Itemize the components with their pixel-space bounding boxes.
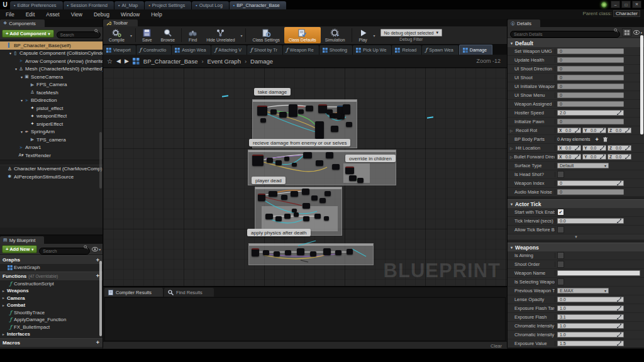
window-tab-output-log[interactable]: ▪Output Log [192, 1, 229, 9]
play-button[interactable]: Play [354, 27, 372, 43]
checkbox[interactable]: ✔ [557, 209, 564, 216]
scale-handle-icon[interactable] [617, 341, 621, 346]
class-settings-button[interactable]: Class Settings [248, 27, 284, 43]
graph-node[interactable] [326, 109, 333, 114]
menu-debug[interactable]: Debug [88, 11, 115, 18]
z-field[interactable]: Z0.0 [608, 145, 631, 151]
component-row-weaponeffect[interactable]: ✦weaponEffect [0, 112, 103, 121]
components-scrollbar[interactable] [99, 132, 102, 189]
number-field[interactable]: 1.0 [557, 305, 624, 311]
details-scrollbar[interactable] [640, 35, 643, 134]
add-new-button[interactable]: + Add New ▾ [2, 245, 37, 253]
graph-node[interactable] [325, 191, 331, 196]
graph-node[interactable] [297, 248, 304, 255]
y-field[interactable]: Y0.0 [582, 128, 606, 133]
blueprint-row-shootbytrace[interactable]: ƒShootByTrace [0, 309, 103, 317]
graph-node[interactable] [318, 104, 327, 113]
menu-view[interactable]: View [65, 11, 88, 18]
graph-node[interactable] [270, 109, 277, 114]
graph-node[interactable] [252, 248, 259, 256]
comment-bubble-1[interactable]: recieve damage from enemy or our selves [249, 139, 350, 146]
x-field[interactable]: X0.0 [557, 154, 581, 160]
graph-node[interactable] [345, 167, 354, 174]
graph-node[interactable] [284, 214, 291, 219]
component-row-pistol-effect[interactable]: ✦pistol_effect [0, 104, 103, 112]
blueprint-row-combat[interactable]: ▸Combat [0, 302, 103, 309]
graph-tab-attaching-v[interactable]: ƒAttaching V [211, 45, 247, 55]
text-field[interactable]: 0 [557, 92, 624, 98]
checkbox[interactable] [557, 278, 564, 285]
graph-node[interactable] [319, 198, 326, 203]
clear-button[interactable]: Clear [491, 343, 502, 349]
graph-tab-shooting[interactable]: Shooting [319, 45, 352, 55]
window-tab-session-frontend[interactable]: ▪Session Frontend [64, 1, 114, 9]
section-header-weapons[interactable]: ▾Weapons [508, 243, 644, 251]
graph-node[interactable] [346, 122, 352, 127]
my-blueprint-scrollbar[interactable] [99, 261, 102, 336]
scale-handle-icon[interactable] [575, 128, 579, 133]
expander-icon[interactable]: ▸ [3, 304, 7, 307]
graph-node[interactable] [323, 248, 331, 255]
blueprint-row-fx-bulletimpact[interactable]: ƒFX_BulletImpact [0, 324, 103, 331]
expander-icon[interactable]: ▷ [510, 146, 514, 150]
breadcrumb-item-0[interactable]: BP_Character_Base [143, 58, 198, 65]
scale-handle-icon[interactable] [600, 155, 604, 159]
graph-node[interactable] [326, 152, 333, 158]
tab-details[interactable]: 🛈 Details [508, 19, 540, 27]
number-field[interactable]: 1.0 [557, 323, 624, 329]
graph-node[interactable] [292, 163, 297, 167]
nav-back-icon[interactable]: ◀ [116, 58, 121, 64]
browse-button[interactable]: Browse [156, 27, 179, 43]
component-row-scenecamera[interactable]: ▾▣SceneCamera [0, 73, 103, 81]
scale-handle-icon[interactable] [625, 155, 630, 159]
comment-bubble-0[interactable]: take damage [254, 88, 291, 96]
graph-node[interactable] [269, 191, 277, 197]
graph-node[interactable] [275, 160, 282, 165]
scale-handle-icon[interactable] [575, 146, 579, 150]
bookmark-star-icon[interactable]: ☆ [107, 58, 113, 65]
close-button[interactable]: ✕ [632, 1, 641, 8]
graph-node[interactable] [257, 106, 267, 116]
graph-node[interactable] [343, 104, 350, 114]
expander-icon[interactable]: ▸ [3, 332, 7, 336]
component-row-arrow-component-arrow-inherite[interactable]: ➤Arrow Component (Arrow) (Inherited) [0, 57, 103, 65]
scale-handle-icon[interactable] [617, 219, 621, 223]
menu-window[interactable]: Window [115, 11, 145, 18]
dropdown-field[interactable]: Default▾ [557, 163, 609, 168]
component-row-aiperceptionstimulisource[interactable]: ✱AIPerceptionStimuliSource [0, 173, 103, 181]
scale-handle-icon[interactable] [617, 332, 621, 337]
breadcrumb-item-2[interactable]: Damage [250, 58, 273, 65]
component-row-bddirection[interactable]: ▾➤BDdirection [0, 97, 103, 105]
graph-node[interactable] [252, 155, 264, 166]
graph-node[interactable] [263, 250, 269, 255]
component-row-bp-character-base-self-[interactable]: ▍BP_Character_Base(self) [0, 41, 103, 50]
scale-handle-icon[interactable] [600, 146, 604, 150]
blueprint-row-macros[interactable]: Macros+ [0, 338, 103, 347]
view-options-button[interactable]: ▾ [92, 247, 101, 251]
scale-handle-icon[interactable] [625, 128, 630, 133]
x-field[interactable]: X0.0 [557, 145, 581, 151]
z-field[interactable]: Z0.0 [608, 128, 631, 133]
graph-node[interactable] [335, 113, 341, 118]
scale-handle-icon[interactable] [617, 315, 621, 319]
graph-node[interactable] [285, 250, 291, 255]
graph-node[interactable] [306, 106, 313, 111]
component-row-fps-camera[interactable]: ▶FPS_Camera [0, 81, 103, 89]
component-row-facemesh[interactable]: ♙faceMesh [0, 89, 103, 97]
details-view-options-button[interactable]: ▾ [633, 30, 642, 35]
component-row-snipereffect[interactable]: ✦sniperEffect [0, 120, 103, 128]
tab-find-results[interactable]: Find Results [164, 288, 214, 297]
graph-node[interactable] [274, 251, 280, 256]
graph-tab-pick-up-we[interactable]: Pick Up We [353, 45, 391, 55]
graph-node[interactable] [267, 158, 273, 163]
x-field[interactable]: X0.0 [557, 128, 581, 133]
menu-help[interactable]: Help [145, 11, 167, 18]
component-row-character-movement-charmovecom[interactable]: ♙Character Movement (CharMoveComp) (Inhe… [0, 165, 103, 173]
tab-toolbar[interactable]: Toolbar [103, 19, 138, 26]
graph-node[interactable] [331, 126, 338, 132]
parent-class-link[interactable]: Character [613, 10, 640, 17]
checkbox[interactable] [557, 226, 564, 233]
graph-node[interactable] [324, 216, 329, 221]
property-matrix-icon[interactable] [622, 28, 631, 36]
text-field[interactable]: 0 [557, 189, 624, 195]
